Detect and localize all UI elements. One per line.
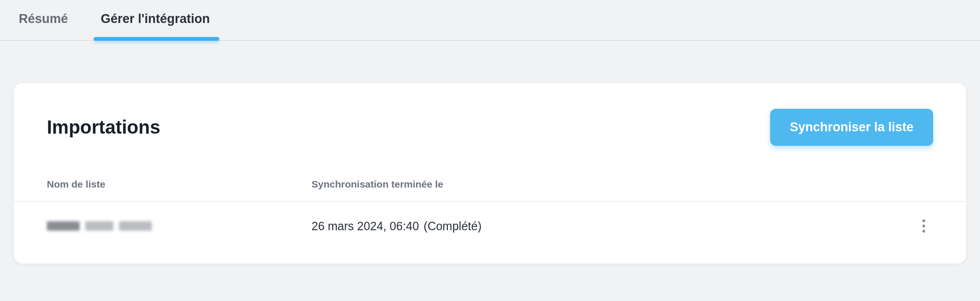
imports-card: Importations Synchroniser la liste Nom d…: [14, 83, 966, 263]
tab-resume[interactable]: Résumé: [14, 0, 73, 40]
sync-date-value: 26 mars 2024, 06:40: [312, 219, 419, 233]
table-header: Nom de liste Synchronisation terminée le: [14, 179, 966, 202]
tab-manage-integration[interactable]: Gérer l'intégration: [96, 0, 215, 40]
column-header-sync-completed: Synchronisation terminée le: [312, 179, 933, 190]
card-header: Importations Synchroniser la liste: [14, 109, 966, 146]
row-more-button[interactable]: [914, 217, 933, 235]
column-header-list-name: Nom de liste: [47, 179, 312, 190]
sync-status-value: (Complété): [423, 219, 482, 233]
table-row: 26 mars 2024, 06:40 (Complété): [14, 202, 966, 235]
card-title: Importations: [47, 117, 160, 138]
redacted-text: [119, 221, 152, 231]
list-name-cell: [47, 221, 312, 231]
more-vertical-icon: [922, 219, 925, 233]
redacted-text: [47, 221, 80, 231]
sync-list-button[interactable]: Synchroniser la liste: [770, 109, 933, 146]
tabs-container: Résumé Gérer l'intégration: [0, 0, 980, 41]
redacted-text: [85, 221, 113, 231]
sync-date-cell: 26 mars 2024, 06:40 (Complété): [312, 219, 914, 233]
